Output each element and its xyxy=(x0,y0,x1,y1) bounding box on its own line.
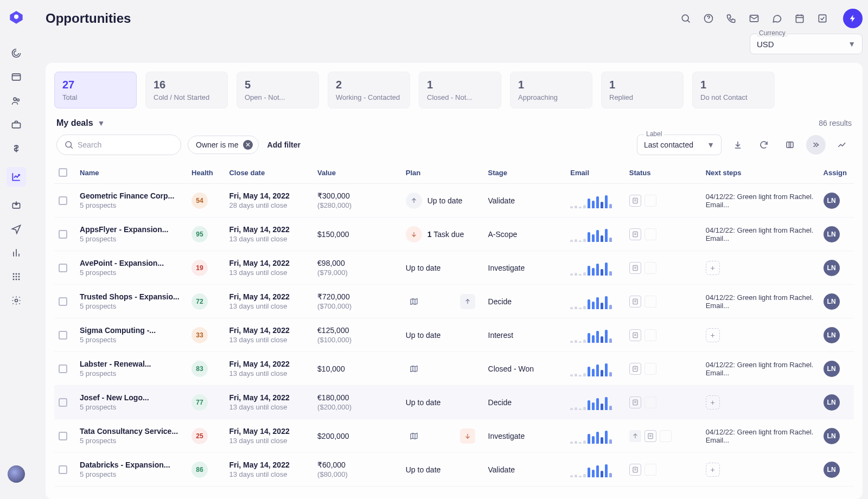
row-checkbox[interactable] xyxy=(59,297,67,306)
nav-dollar-icon[interactable] xyxy=(11,143,22,154)
status-doc-icon[interactable] xyxy=(629,363,641,375)
table-row[interactable]: Labster - Renewal...5 prospects 83 Fri, … xyxy=(54,352,854,386)
assignee-avatar[interactable]: LN xyxy=(824,293,840,310)
search-icon[interactable] xyxy=(680,13,691,24)
table-row[interactable]: Databricks - Expansion...5 prospects 86 … xyxy=(54,453,854,487)
label-select[interactable]: Label Last contacted ▼ xyxy=(637,135,722,155)
col-close[interactable]: Close date xyxy=(225,162,313,184)
table-row[interactable]: AvePoint - Expansion...5 prospects 19 Fr… xyxy=(54,251,854,285)
mail-icon[interactable] xyxy=(749,13,760,24)
flash-avatar-button[interactable] xyxy=(843,9,863,28)
col-plan[interactable]: Plan xyxy=(401,162,484,184)
close-date: Fri, May 14, 2022 xyxy=(229,191,309,200)
calendar-icon[interactable] xyxy=(794,13,805,24)
status-card[interactable]: 1Approaching xyxy=(510,72,592,108)
trend-icon[interactable] xyxy=(832,135,852,155)
row-checkbox[interactable] xyxy=(59,230,67,239)
chat-icon[interactable] xyxy=(771,13,782,24)
nav-settings-icon[interactable] xyxy=(11,295,22,306)
table-row[interactable]: AppsFlyer - Expansion...5 prospects 95 F… xyxy=(54,217,854,251)
row-checkbox[interactable] xyxy=(59,331,67,340)
table-row[interactable]: Geometric Finance Corp...5 prospects 54 … xyxy=(54,184,854,217)
table-row[interactable]: Sigma Computing -...5 prospects 33 Fri, … xyxy=(54,318,854,352)
user-avatar[interactable] xyxy=(8,465,25,483)
col-assign[interactable]: Assign xyxy=(819,162,854,184)
status-card[interactable]: 16Cold / Not Started xyxy=(145,72,228,108)
assignee-avatar[interactable]: LN xyxy=(824,193,840,209)
help-icon[interactable] xyxy=(703,13,714,24)
app-logo[interactable] xyxy=(9,10,24,25)
prospects-count: 5 prospects xyxy=(80,437,183,445)
status-doc-icon[interactable] xyxy=(629,329,641,341)
add-next-step-button[interactable]: + xyxy=(706,395,720,410)
nav-send-icon[interactable] xyxy=(11,223,22,234)
deal-value: $200,000 xyxy=(317,432,397,440)
row-checkbox[interactable] xyxy=(59,364,67,373)
assignee-avatar[interactable]: LN xyxy=(824,361,840,377)
deals-dropdown[interactable]: My deals ▼ xyxy=(56,118,105,128)
columns-icon[interactable] xyxy=(780,135,800,155)
status-card[interactable]: 27Total xyxy=(54,72,137,108)
currency-select[interactable]: Currency USD ▼ xyxy=(750,34,863,54)
row-checkbox[interactable] xyxy=(59,196,67,205)
status-placeholder xyxy=(660,430,672,442)
status-doc-icon[interactable] xyxy=(629,396,641,408)
status-doc-icon[interactable] xyxy=(629,464,641,476)
row-checkbox[interactable] xyxy=(59,264,67,272)
col-name[interactable]: Name xyxy=(75,162,187,184)
status-card[interactable]: 1Do not Contact xyxy=(692,72,775,108)
download-icon[interactable] xyxy=(728,135,748,155)
assignee-avatar[interactable]: LN xyxy=(824,260,840,276)
status-card[interactable]: 1Closed - Not... xyxy=(419,72,501,108)
col-status[interactable]: Status xyxy=(625,162,701,184)
assignee-avatar[interactable]: LN xyxy=(824,327,840,343)
add-next-step-button[interactable]: + xyxy=(706,463,720,477)
row-checkbox[interactable] xyxy=(59,465,67,474)
table-row[interactable]: Trusted Shops - Expansio...5 prospects 7… xyxy=(54,285,854,318)
table-row[interactable]: Tata Consultancy Service...5 prospects 2… xyxy=(54,419,854,453)
remove-filter-icon[interactable]: ✕ xyxy=(243,140,253,150)
status-count: 1 xyxy=(700,79,767,91)
add-filter-button[interactable]: Add filter xyxy=(267,140,301,149)
owner-filter-chip[interactable]: Owner is me ✕ xyxy=(188,136,259,154)
table-row[interactable]: Josef - New Logo...5 prospects 77 Fri, M… xyxy=(54,386,854,419)
nav-people-icon[interactable] xyxy=(11,95,22,106)
col-next[interactable]: Next steps xyxy=(701,162,819,184)
col-stage[interactable]: Stage xyxy=(484,162,566,184)
task-icon[interactable] xyxy=(817,13,828,24)
search-input[interactable] xyxy=(56,135,181,155)
select-all-checkbox[interactable] xyxy=(59,168,67,177)
status-doc-icon[interactable] xyxy=(629,195,641,207)
nav-inbox-icon[interactable] xyxy=(11,200,22,210)
refresh-icon[interactable] xyxy=(754,135,774,155)
col-value[interactable]: Value xyxy=(313,162,401,184)
status-doc-icon[interactable] xyxy=(629,228,641,240)
nav-window-icon[interactable] xyxy=(11,72,22,82)
assignee-avatar[interactable]: LN xyxy=(824,428,840,444)
plan-text: Up to date xyxy=(406,331,441,340)
phone-icon[interactable] xyxy=(726,13,737,24)
days-until-close: 13 days until close xyxy=(229,302,309,310)
nav-chart-icon[interactable] xyxy=(7,167,26,187)
status-doc-icon[interactable] xyxy=(644,430,656,442)
nav-apps-icon[interactable] xyxy=(11,271,22,282)
nav-activity-icon[interactable] xyxy=(11,48,22,59)
pipeline-icon[interactable] xyxy=(806,135,826,155)
status-card[interactable]: 1Replied xyxy=(601,72,684,108)
status-card[interactable]: 2Working - Contacted xyxy=(328,72,410,108)
status-doc-icon[interactable] xyxy=(629,262,641,274)
nav-briefcase-icon[interactable] xyxy=(11,119,22,130)
add-next-step-button[interactable]: + xyxy=(706,261,720,275)
col-email[interactable]: Email xyxy=(566,162,624,184)
row-checkbox[interactable] xyxy=(59,432,67,440)
col-health[interactable]: Health xyxy=(187,162,225,184)
status-doc-icon[interactable] xyxy=(629,296,641,308)
status-card[interactable]: 5Open - Not... xyxy=(237,72,319,108)
assignee-avatar[interactable]: LN xyxy=(824,226,840,242)
assignee-avatar[interactable]: LN xyxy=(824,462,840,478)
nav-bars-icon[interactable] xyxy=(11,247,22,258)
assignee-avatar[interactable]: LN xyxy=(824,394,840,411)
add-next-step-button[interactable]: + xyxy=(706,328,720,342)
row-checkbox[interactable] xyxy=(59,398,67,407)
prospects-count: 5 prospects xyxy=(80,336,183,344)
